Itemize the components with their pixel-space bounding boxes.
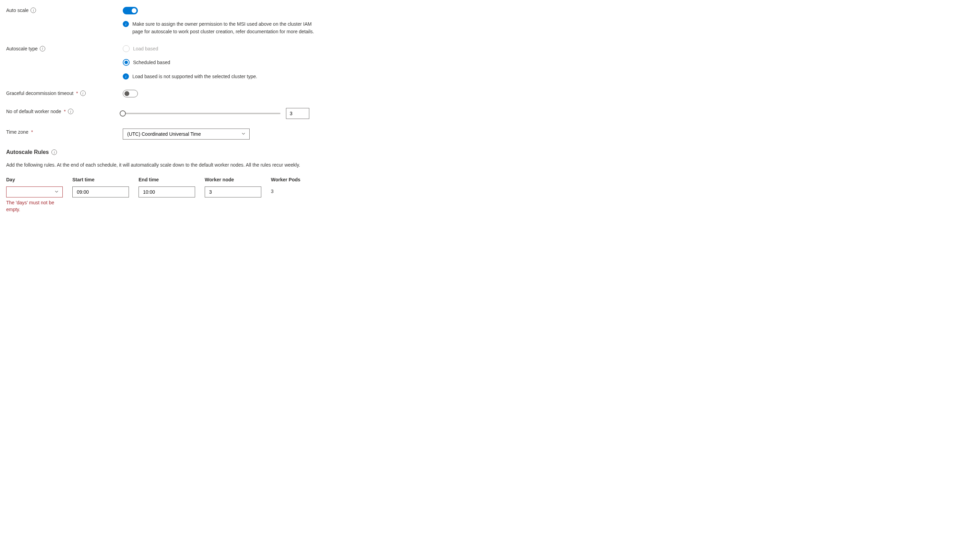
time-zone-label: Time zone <box>6 129 29 135</box>
col-header-pods: Worker Pods <box>271 177 316 182</box>
info-icon[interactable]: i <box>30 8 36 13</box>
info-icon: i <box>123 73 129 80</box>
worker-node-input[interactable] <box>286 108 309 119</box>
required-indicator: * <box>76 90 78 96</box>
auto-scale-toggle[interactable] <box>123 7 138 14</box>
worker-node-row-input[interactable] <box>205 186 261 197</box>
auto-scale-label: Auto scale <box>6 8 29 13</box>
autoscale-type-warning: Load based is not supported with the sel… <box>132 73 257 80</box>
autoscale-rules-heading: Autoscale Rules <box>6 149 49 155</box>
auto-scale-info-text: Make sure to assign the owner permission… <box>132 20 322 36</box>
col-header-end: End time <box>138 177 195 182</box>
day-select[interactable] <box>6 186 63 197</box>
info-icon[interactable]: i <box>51 149 57 155</box>
radio-load-label: Load based <box>133 46 158 51</box>
start-time-input[interactable] <box>72 186 129 197</box>
autoscale-type-label: Autoscale type <box>6 46 38 51</box>
autoscale-rules-description: Add the following rules. At the end of e… <box>6 162 322 168</box>
info-icon: i <box>123 21 129 27</box>
info-icon[interactable]: i <box>68 109 74 114</box>
graceful-decommission-label: Graceful decommission timeout <box>6 90 74 96</box>
radio-scheduled-based[interactable]: Scheduled based <box>123 59 329 66</box>
day-error-message: The 'days' must not be empty. <box>6 199 59 213</box>
required-indicator: * <box>64 109 66 114</box>
worker-pods-value: 3 <box>271 186 316 194</box>
required-indicator: * <box>31 129 33 135</box>
info-icon[interactable]: i <box>40 46 45 51</box>
time-zone-select[interactable] <box>123 128 250 140</box>
graceful-decommission-toggle[interactable] <box>123 90 138 97</box>
slider-thumb[interactable] <box>120 111 126 117</box>
radio-load-based: Load based <box>123 45 329 52</box>
col-header-worker: Worker node <box>205 177 261 182</box>
col-header-start: Start time <box>72 177 129 182</box>
radio-scheduled-label: Scheduled based <box>133 59 170 65</box>
table-row: The 'days' must not be empty. 3 <box>6 186 335 213</box>
col-header-day: Day <box>6 177 63 182</box>
worker-node-slider[interactable] <box>123 113 281 114</box>
end-time-input[interactable] <box>138 186 195 197</box>
worker-node-label: No of default worker node <box>6 109 61 114</box>
info-icon[interactable]: i <box>80 90 86 96</box>
